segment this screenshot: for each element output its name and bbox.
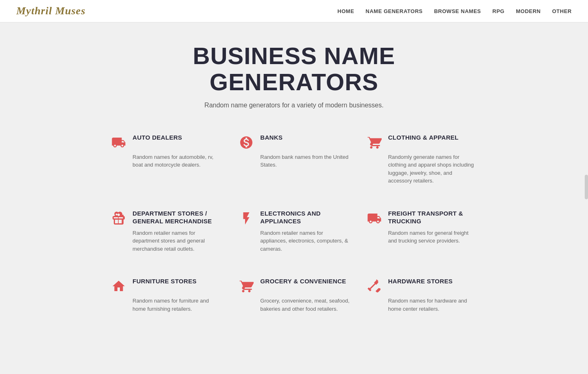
- cart-icon: [366, 134, 382, 150]
- nav-item-rpg[interactable]: RPG: [493, 8, 505, 14]
- card-desc-banks: Random bank names from the United States…: [238, 153, 349, 169]
- card-desc-grocery-convenience: Grocery, convenience, meat, seafood, bak…: [238, 297, 349, 313]
- gift-icon: [111, 209, 127, 226]
- truck-icon: [111, 134, 127, 150]
- cart2-icon: [238, 277, 254, 294]
- card-desc-clothing-apparel: Randomly generate names for clothing and…: [366, 153, 477, 185]
- card-title-banks: BANKS: [260, 134, 283, 142]
- truck2-icon: [366, 209, 382, 226]
- card-grocery-convenience[interactable]: GROCERY & CONVENIENCEGrocery, convenienc…: [234, 273, 354, 317]
- card-desc-freight-transport: Random names for general freight and tru…: [366, 229, 477, 245]
- card-desc-auto-dealers: Random names for automobile, rv, boat an…: [111, 153, 222, 169]
- cards-grid: AUTO DEALERSRandom names for automobile,…: [98, 129, 490, 342]
- card-banks[interactable]: BANKSRandom bank names from the United S…: [234, 129, 354, 189]
- card-title-freight-transport: FREIGHT TRANSPORT & TRUCKING: [388, 209, 477, 225]
- card-hardware-stores[interactable]: HARDWARE STORESRandom names for hardware…: [362, 273, 482, 317]
- scrollbar[interactable]: [585, 175, 588, 199]
- nav-item-modern[interactable]: MODERN: [516, 8, 541, 14]
- hero-subtitle: Random name generators for a variety of …: [8, 102, 580, 109]
- card-title-furniture-stores: FURNITURE STORES: [133, 277, 197, 285]
- nav-item-other[interactable]: OTHER: [552, 8, 572, 14]
- nav-item-browse-names[interactable]: BROWSE NAMES: [434, 8, 481, 14]
- card-clothing-apparel[interactable]: CLOTHING & APPARELRandomly generate name…: [362, 129, 482, 189]
- card-desc-electronics-appliances: Random retailer names for appliances, el…: [238, 229, 349, 253]
- card-department-stores[interactable]: DEPARTMENT STORES / GENERAL MERCHANDISER…: [106, 205, 226, 257]
- hero-section: BUSINESS NAME GENERATORS Random name gen…: [0, 22, 588, 121]
- card-title-clothing-apparel: CLOTHING & APPAREL: [388, 134, 459, 142]
- nav-item-name-generators[interactable]: NAME GENERATORS: [366, 8, 423, 14]
- main-nav: HOMENAME GENERATORSBROWSE NAMESRPGMODERN…: [338, 8, 572, 14]
- card-title-hardware-stores: HARDWARE STORES: [388, 277, 453, 285]
- nav-item-home[interactable]: HOME: [338, 8, 354, 14]
- card-title-department-stores: DEPARTMENT STORES / GENERAL MERCHANDISE: [133, 209, 222, 225]
- card-auto-dealers[interactable]: AUTO DEALERSRandom names for automobile,…: [106, 129, 226, 189]
- card-desc-department-stores: Random retailer names for department sto…: [111, 229, 222, 253]
- page-title: BUSINESS NAME GENERATORS: [8, 43, 580, 95]
- card-desc-furniture-stores: Random names for furniture and home furn…: [111, 297, 222, 313]
- site-logo[interactable]: Mythril Muses: [16, 5, 86, 17]
- bank-icon: [238, 134, 254, 150]
- card-title-grocery-convenience: GROCERY & CONVENIENCE: [260, 277, 346, 285]
- site-header: Mythril Muses HOMENAME GENERATORSBROWSE …: [0, 0, 588, 22]
- card-freight-transport[interactable]: FREIGHT TRANSPORT & TRUCKINGRandom names…: [362, 205, 482, 257]
- hammer-icon: [366, 277, 382, 294]
- lightning-icon: [238, 209, 254, 226]
- card-furniture-stores[interactable]: FURNITURE STORESRandom names for furnitu…: [106, 273, 226, 317]
- card-electronics-appliances[interactable]: ELECTRONICS AND APPLIANCESRandom retaile…: [234, 205, 354, 257]
- card-title-auto-dealers: AUTO DEALERS: [133, 134, 182, 142]
- card-desc-hardware-stores: Random names for hardware and home cente…: [366, 297, 477, 313]
- house-icon: [111, 277, 127, 294]
- card-title-electronics-appliances: ELECTRONICS AND APPLIANCES: [260, 209, 349, 225]
